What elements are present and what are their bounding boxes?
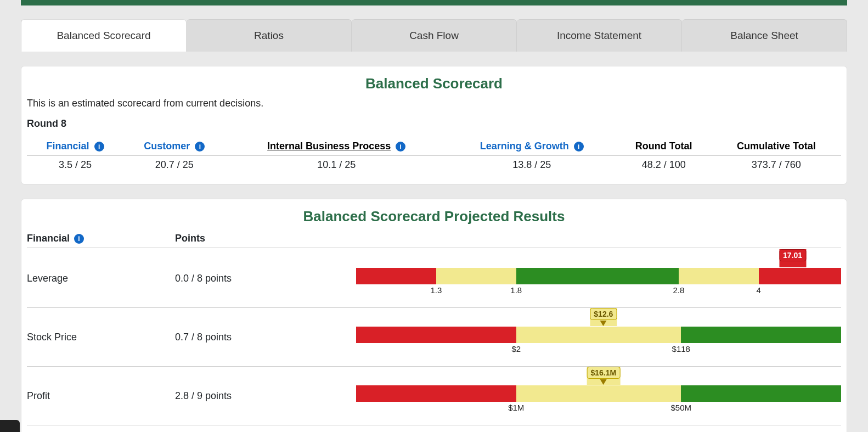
- cell-cumulative-total: 373.7 / 760: [712, 156, 841, 175]
- cell-round-total: 48.2 / 100: [616, 156, 712, 175]
- col-internal-header[interactable]: Internal Business Process: [267, 141, 391, 152]
- value-marker: 17.01: [779, 249, 806, 267]
- bar-segment-yellow: [516, 385, 681, 402]
- arrow-down-icon: [600, 321, 607, 326]
- col-financial-header[interactable]: Financial: [47, 141, 89, 152]
- col-round-total-header: Round Total: [635, 141, 692, 152]
- cell-internal: 10.1 / 25: [226, 156, 448, 175]
- top-bar: [21, 0, 847, 5]
- info-icon[interactable]: i: [94, 142, 104, 152]
- projected-header-row: Financial i Points: [27, 231, 841, 248]
- range-bar: [356, 268, 841, 284]
- range-indicator: $12.6$2$118: [356, 308, 841, 366]
- cell-learning: 13.8 / 25: [448, 156, 616, 175]
- metric-name: Stock Price: [27, 316, 175, 358]
- threshold-tick: $118: [672, 344, 690, 354]
- threshold-tick: 1.3: [430, 285, 442, 295]
- scorecard-title: Balanced Scorecard: [27, 75, 841, 92]
- score-row: 3.5 / 25 20.7 / 25 10.1 / 25 13.8 / 25 4…: [27, 156, 841, 175]
- projected-title: Balanced Scorecard Projected Results: [27, 208, 841, 225]
- bar-segment-red: [356, 327, 516, 343]
- tab-income-statement[interactable]: Income Statement: [517, 19, 682, 52]
- value-marker: $12.6: [590, 308, 617, 326]
- bar-segment-green: [681, 385, 841, 402]
- main-container: Balanced Scorecard Ratios Cash Flow Inco…: [0, 19, 868, 432]
- range-bar: [356, 327, 841, 343]
- tab-ratios[interactable]: Ratios: [187, 19, 352, 52]
- tab-balance-sheet[interactable]: Balance Sheet: [682, 19, 847, 52]
- score-table: Financial i Customer i Internal Business…: [27, 137, 841, 174]
- range-indicator: 17.011.31.82.84: [356, 249, 841, 307]
- info-icon[interactable]: i: [396, 142, 405, 152]
- info-icon[interactable]: i: [574, 142, 584, 152]
- range-indicator: $16.1M$1M$50M: [356, 367, 841, 425]
- info-icon[interactable]: i: [74, 234, 84, 244]
- bar-segment-yellow: [679, 268, 759, 284]
- bar-segment-red: [356, 385, 516, 402]
- proj-row-total: Total 3.5 / 25 points: [27, 425, 841, 432]
- cell-customer: 20.7 / 25: [123, 156, 225, 175]
- col-customer-header[interactable]: Customer: [144, 141, 190, 152]
- threshold-labels: $2$118: [356, 344, 841, 354]
- marker-label: $12.6: [590, 308, 617, 320]
- points-header: Points: [175, 233, 356, 244]
- round-label: Round 8: [27, 118, 841, 130]
- col-learning-header[interactable]: Learning & Growth: [480, 141, 569, 152]
- scorecard-summary-panel: Balanced Scorecard This is an estimated …: [21, 66, 847, 184]
- bar-segment-green: [516, 268, 679, 284]
- arrow-down-icon: [790, 262, 796, 267]
- bar-segment-red: [759, 268, 841, 284]
- proj-row-leverage: Leverage 0.0 / 8 points 17.011.31.82.84: [27, 249, 841, 308]
- marker-label: $16.1M: [587, 367, 620, 379]
- metric-points: 0.7 / 8 points: [175, 332, 356, 343]
- bar-segment-yellow: [436, 268, 516, 284]
- threshold-tick: $50M: [671, 403, 692, 412]
- tab-balanced-scorecard[interactable]: Balanced Scorecard: [21, 19, 187, 52]
- value-marker: $16.1M: [587, 367, 620, 385]
- threshold-tick: 2.8: [673, 285, 684, 295]
- threshold-tick: 1.8: [510, 285, 522, 295]
- bar-segment-red: [356, 268, 436, 284]
- projected-results-panel: Balanced Scorecard Projected Results Fin…: [21, 199, 847, 432]
- metric-name: Leverage: [27, 257, 175, 300]
- bar-segment-yellow: [516, 327, 681, 343]
- info-icon[interactable]: i: [195, 142, 205, 152]
- metric-points: 0.0 / 8 points: [175, 273, 356, 284]
- tab-cash-flow[interactable]: Cash Flow: [352, 19, 517, 52]
- threshold-tick: 4: [757, 285, 761, 295]
- tabs: Balanced Scorecard Ratios Cash Flow Inco…: [21, 19, 847, 52]
- proj-row-stock-price: Stock Price 0.7 / 8 points $12.6$2$118: [27, 308, 841, 367]
- scorecard-subtext: This is an estimated scorecard from curr…: [27, 98, 841, 109]
- threshold-tick: $1M: [508, 403, 524, 412]
- bar-segment-green: [681, 327, 841, 343]
- marker-label: 17.01: [779, 249, 806, 261]
- range-bar: [356, 385, 841, 402]
- metric-name: Total: [27, 425, 175, 432]
- cell-financial: 3.5 / 25: [27, 156, 123, 175]
- threshold-tick: $2: [511, 344, 521, 354]
- col-cumulative-total-header: Cumulative Total: [737, 141, 816, 152]
- feedback-stub[interactable]: [0, 420, 20, 432]
- threshold-labels: $1M$50M: [356, 403, 841, 413]
- metric-points: 2.8 / 9 points: [175, 390, 356, 402]
- category-header: Financial: [27, 233, 70, 244]
- arrow-down-icon: [600, 379, 607, 385]
- metric-name: Profit: [27, 375, 175, 417]
- threshold-labels: 1.31.82.84: [356, 285, 841, 295]
- proj-row-profit: Profit 2.8 / 9 points $16.1M$1M$50M: [27, 367, 841, 425]
